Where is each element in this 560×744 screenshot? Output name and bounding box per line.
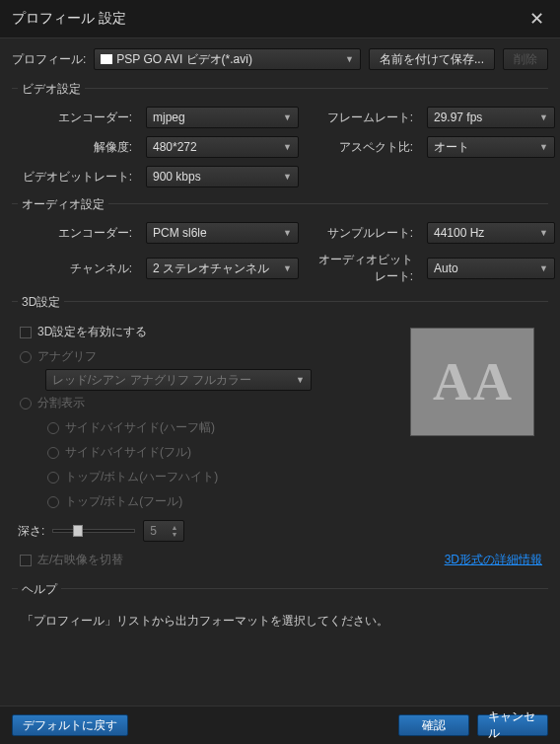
chevron-down-icon: ▼ xyxy=(539,112,548,122)
split-radio[interactable] xyxy=(20,398,32,409)
video-encoder-select[interactable]: mjpeg▼ xyxy=(146,107,299,128)
swap-lr-label: 左/右映像を切替 xyxy=(37,552,123,568)
chevron-down-icon: ▼ xyxy=(296,375,305,385)
audio-group-title: オーディオ設定 xyxy=(18,196,108,213)
anaglyph-label: アナグリフ xyxy=(37,348,97,365)
profile-select[interactable]: PSP GO AVI ビデオ(*.avi) ▼ xyxy=(94,48,361,70)
psp-icon xyxy=(101,54,112,64)
help-group-title: ヘルプ xyxy=(18,581,61,598)
title: プロフィール 設定 xyxy=(12,10,126,28)
channel-select[interactable]: 2 ステレオチャンネル▼ xyxy=(146,258,299,279)
depth-label: 深さ: xyxy=(18,523,44,540)
enable-3d-checkbox[interactable] xyxy=(20,327,32,338)
chevron-down-icon: ▼ xyxy=(539,263,548,273)
channel-label: チャンネル: xyxy=(18,260,136,277)
reset-default-button[interactable]: デフォルトに戻す xyxy=(12,714,128,736)
video-bitrate-select[interactable]: 900 kbps▼ xyxy=(146,166,299,187)
sbs-half-radio[interactable] xyxy=(47,422,59,434)
preview-letter: A xyxy=(433,351,471,412)
help-group: ヘルプ 「プロフィール」リストから出力フォーマットを選択してください。 xyxy=(12,588,548,643)
chevron-down-icon: ▼ xyxy=(539,142,548,152)
resolution-select[interactable]: 480*272▼ xyxy=(146,136,299,158)
swap-lr-checkbox[interactable] xyxy=(20,555,32,566)
resolution-label: 解像度: xyxy=(18,139,136,156)
tb-full-radio[interactable] xyxy=(47,496,59,508)
threed-info-link[interactable]: 3D形式の詳細情報 xyxy=(445,552,542,568)
cancel-button[interactable]: キャンセル xyxy=(477,714,548,736)
aspect-select[interactable]: オート▼ xyxy=(427,136,555,158)
framerate-select[interactable]: 29.97 fps▼ xyxy=(427,107,555,128)
chevron-down-icon: ▼ xyxy=(539,228,548,238)
video-group-title: ビデオ設定 xyxy=(18,81,85,98)
audio-group: オーディオ設定 エンコーダー: PCM sl6le▼ サンプルレート: 4410… xyxy=(12,203,548,293)
delete-button: 削除 xyxy=(503,48,548,70)
chevron-down-icon: ▼ xyxy=(283,228,292,238)
slider-knob[interactable] xyxy=(73,525,83,537)
video-bitrate-label: ビデオビットレート: xyxy=(18,169,136,186)
chevron-down-icon: ▼ xyxy=(345,54,354,64)
audio-encoder-select[interactable]: PCM sl6le▼ xyxy=(146,222,299,244)
preview-box: A A xyxy=(410,328,534,436)
split-label: 分割表示 xyxy=(37,395,85,411)
audio-bitrate-label: オーディオビットレート: xyxy=(309,252,417,285)
tb-full-label: トップ/ボトム(フール) xyxy=(65,493,182,510)
profile-label: プロフィール: xyxy=(12,51,86,68)
samplerate-label: サンプルレート: xyxy=(309,225,417,242)
depth-slider[interactable] xyxy=(52,529,135,533)
sbs-full-radio[interactable] xyxy=(47,447,59,459)
preview-letter: A xyxy=(473,351,512,412)
depth-spinner[interactable]: 5▲▼ xyxy=(143,520,184,542)
help-text: 「プロフィール」リストから出力フォーマットを選択してください。 xyxy=(18,607,542,635)
video-encoder-label: エンコーダー: xyxy=(18,110,136,126)
chevron-down-icon: ▼ xyxy=(283,112,292,122)
video-group: ビデオ設定 エンコーダー: mjpeg▼ フレームレート: 29.97 fps▼… xyxy=(12,88,548,195)
aspect-label: アスペクト比: xyxy=(309,139,417,156)
sbs-half-label: サイドバイサイド(ハーフ幅) xyxy=(65,419,215,436)
framerate-label: フレームレート: xyxy=(309,110,417,126)
audio-bitrate-select[interactable]: Auto▼ xyxy=(427,258,555,279)
enable-3d-label: 3D設定を有効にする xyxy=(37,324,147,340)
close-icon[interactable]: ✕ xyxy=(525,8,548,30)
chevron-down-icon: ▼ xyxy=(283,263,292,273)
profile-value: PSP GO AVI ビデオ(*.avi) xyxy=(116,52,252,66)
tb-half-radio[interactable] xyxy=(47,472,59,484)
anaglyph-type-select[interactable]: レッド/シアン アナグリフ フルカラー▼ xyxy=(45,369,312,391)
tb-half-label: トップ/ボトム(ハーフハイト) xyxy=(65,469,218,485)
threed-group-title: 3D設定 xyxy=(18,294,64,311)
spinner-arrows[interactable]: ▲▼ xyxy=(171,524,177,538)
sbs-full-label: サイドバイサイド(フル) xyxy=(65,444,191,461)
samplerate-select[interactable]: 44100 Hz▼ xyxy=(427,222,555,244)
ok-button[interactable]: 確認 xyxy=(398,714,469,736)
save-as-button[interactable]: 名前を付けて保存... xyxy=(369,48,495,70)
audio-encoder-label: エンコーダー: xyxy=(18,225,136,242)
chevron-down-icon: ▼ xyxy=(283,142,292,152)
chevron-down-icon: ▼ xyxy=(283,172,292,182)
anaglyph-radio[interactable] xyxy=(20,351,32,363)
